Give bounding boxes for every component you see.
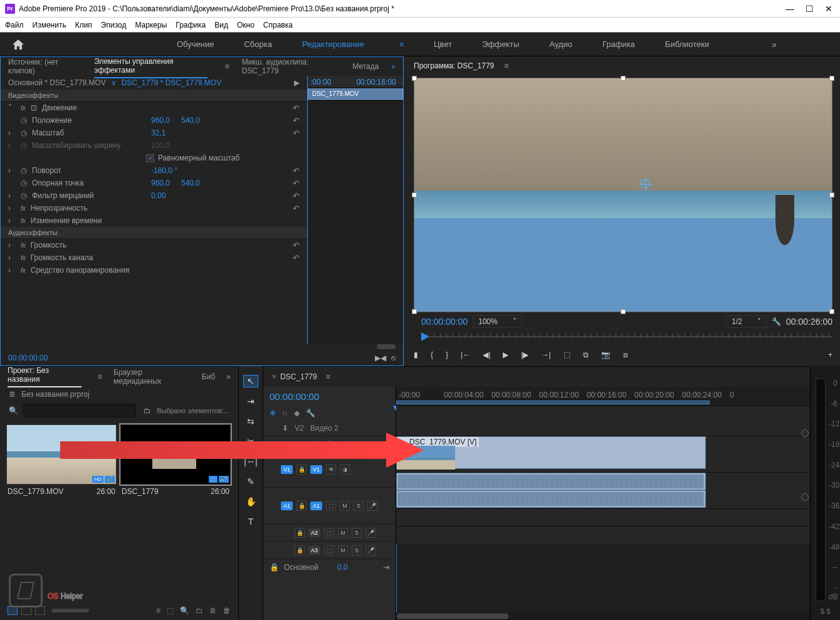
timeline-menu-icon[interactable]: ≡ [326, 372, 330, 381]
tab-metadata[interactable]: Метада [352, 60, 379, 73]
extract-icon[interactable]: ⧉ [583, 350, 589, 359]
go-out-icon[interactable]: →| [541, 350, 550, 359]
ws-effects[interactable]: Эффекты [482, 39, 519, 49]
lock-icon[interactable]: 🔒 [297, 501, 307, 511]
fx-opacity[interactable]: Непрозрачность [31, 204, 88, 213]
zoom-handle[interactable] [801, 493, 809, 501]
hand-tool[interactable]: ✋ [243, 495, 258, 508]
ws-menu-icon[interactable]: ≡ [399, 40, 404, 49]
fx-channel-volume[interactable]: Громкость канала [31, 253, 93, 262]
program-menu-icon[interactable]: ≡ [504, 61, 508, 70]
selection-tool[interactable]: ↖ [243, 375, 258, 387]
ws-assembly[interactable]: Сборка [244, 39, 272, 49]
icon-view-icon[interactable] [21, 606, 31, 615]
v2-target[interactable]: Видео 2 [310, 424, 339, 433]
scale-val[interactable]: 32,1 [151, 129, 165, 137]
zoom-slider[interactable] [51, 609, 89, 612]
reset-icon[interactable]: ↶ [293, 241, 300, 250]
linked-sel-icon[interactable]: ∩ [282, 409, 288, 418]
menu-clip[interactable]: Клип [75, 21, 92, 29]
menu-edit[interactable]: Изменить [33, 21, 66, 29]
program-viewer[interactable] [414, 78, 832, 312]
tabs-overflow-icon[interactable]: » [391, 62, 396, 71]
reset-icon[interactable]: ↶ [293, 253, 300, 263]
a2-target[interactable]: A2 [308, 528, 320, 537]
bin-item[interactable]: ⬚🔊 DSC_177926:00 [120, 424, 231, 498]
position-x[interactable]: 960,0 [151, 116, 170, 125]
home-button[interactable] [10, 36, 26, 53]
add-button-icon[interactable]: + [828, 350, 832, 359]
wrench-icon[interactable]: 🔧 [772, 317, 781, 326]
reset-icon[interactable]: ↶ [293, 191, 300, 201]
delete-icon[interactable]: 🗑 [223, 606, 231, 615]
fx-motion[interactable]: Движение [42, 103, 77, 112]
reset-icon[interactable]: ↶ [293, 166, 300, 176]
fx-panner[interactable]: Средство панорамирования [31, 266, 129, 275]
mix-value[interactable]: 0,0 [337, 563, 348, 572]
mic-icon[interactable]: 🎤 [365, 528, 375, 538]
ws-color[interactable]: Цвет [434, 39, 452, 49]
timeline-ruler[interactable]: -00:00 00:00:04:00 00:00:08:00 00:00:12:… [396, 387, 810, 406]
v1-target[interactable]: V1 [310, 465, 322, 474]
tab-media-browser[interactable]: Браузер медиаданных [113, 368, 191, 386]
play-icon[interactable]: ▶ [503, 350, 508, 359]
mark-in-icon[interactable]: ▮ [414, 350, 418, 359]
go-in-icon[interactable]: |← [461, 350, 470, 359]
snap-icon[interactable]: ❄ [270, 409, 276, 418]
auto-seq-icon[interactable]: ⬚ [167, 606, 174, 615]
lift-icon[interactable]: ⬚ [564, 350, 570, 359]
ws-editing[interactable]: Редактирование [302, 39, 364, 49]
resolution-dropdown[interactable]: 1/2˅ [726, 315, 767, 328]
timeline-scrollbar[interactable] [396, 612, 810, 620]
lock-icon[interactable]: 🔒 [295, 528, 305, 538]
close-button[interactable]: ✕ [825, 4, 832, 14]
a1-source[interactable]: A1 [281, 502, 293, 510]
zoom-handle[interactable] [801, 429, 809, 437]
list-view-icon[interactable] [8, 606, 18, 615]
proj-overflow-icon[interactable]: » [226, 372, 231, 381]
mix-expand-icon[interactable]: ⇥ [383, 563, 389, 572]
fx-time-remap[interactable]: Изменение времени [31, 216, 102, 225]
export-frame-icon[interactable]: 📷 [601, 350, 611, 359]
eff-scrollbar[interactable] [377, 344, 396, 349]
menu-window[interactable]: Окно [237, 21, 255, 29]
anchor-x[interactable]: 960,0 [151, 179, 170, 187]
menu-view[interactable]: Вид [214, 21, 228, 29]
new-bin-icon[interactable]: 🗀 [196, 606, 203, 615]
sequence-tab[interactable]: DSC_1779 [280, 372, 317, 381]
program-tab[interactable]: Программа: DSC_1779 [414, 61, 494, 70]
eff-loop-icon[interactable]: ▶◀ [375, 354, 386, 362]
filter-bin-icon[interactable]: 🗀 [144, 406, 151, 415]
compare-icon[interactable]: ⧈ [623, 350, 628, 359]
no-sequence-close-icon[interactable]: × [272, 372, 276, 381]
audio-clip[interactable] [396, 490, 706, 508]
sort-icon[interactable]: ≡ [156, 606, 160, 615]
flicker-val[interactable]: 0,00 [151, 191, 165, 200]
reset-icon[interactable]: ↶ [293, 204, 300, 213]
menu-markers[interactable]: Маркеры [135, 21, 167, 29]
rotation-val[interactable]: -180,0 ° [151, 166, 177, 175]
eff-timecode[interactable]: 00:00:00:00 [8, 354, 48, 362]
menu-sequence[interactable]: Эпизод [101, 21, 127, 29]
reset-icon[interactable]: ↶ [293, 179, 300, 188]
audio-clip[interactable] [396, 473, 706, 490]
program-timecode[interactable]: 00:00:00:00 [421, 317, 468, 327]
ws-graphics[interactable]: Графика [602, 39, 635, 49]
razor-tool[interactable]: ✂ [243, 435, 258, 448]
panel-menu-icon[interactable]: ≡ [225, 62, 229, 71]
pen-tool[interactable]: ✎ [243, 475, 258, 488]
bin-item[interactable]: HD🔊 DSC_1779.MOV26:00 [6, 424, 117, 498]
ws-libraries[interactable]: Библиотеки [665, 39, 709, 49]
find-icon[interactable]: 🔍 [180, 606, 189, 615]
ws-audio[interactable]: Аудио [549, 39, 572, 49]
ws-learn[interactable]: Обучение [177, 39, 214, 49]
uniform-scale-checkbox[interactable]: ✓ [146, 154, 154, 162]
zoom-dropdown[interactable]: 100%˅ [473, 315, 522, 328]
tab-libraries[interactable]: Биб [202, 372, 215, 381]
markers-icon[interactable]: ◆ [294, 409, 300, 418]
type-tool[interactable]: T [243, 515, 258, 528]
freeform-view-icon[interactable] [35, 606, 45, 615]
v2-label[interactable]: V2 [295, 424, 304, 433]
position-y[interactable]: 540,0 [181, 116, 200, 125]
maximize-button[interactable]: ☐ [806, 4, 814, 14]
